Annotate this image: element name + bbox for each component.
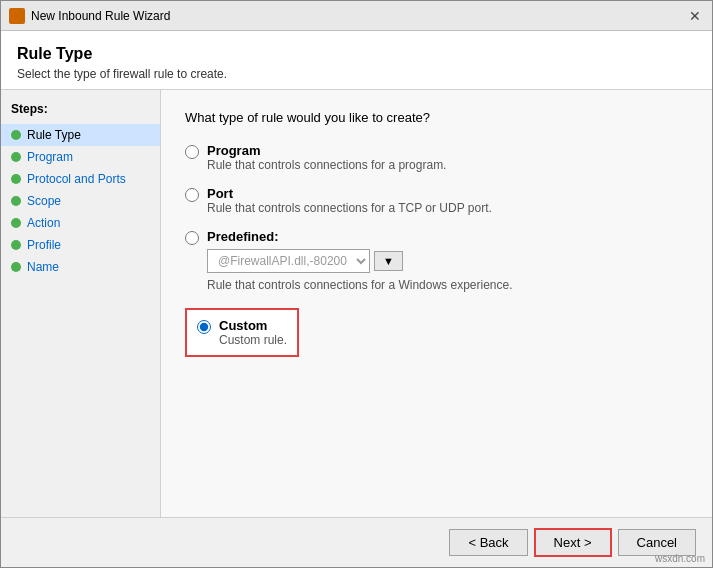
sidebar-item-action[interactable]: Action bbox=[1, 212, 160, 234]
sidebar-title: Steps: bbox=[1, 102, 160, 124]
option-program: Program Rule that controls connections f… bbox=[185, 143, 688, 172]
option-predefined: Predefined: @FirewallAPI.dll,-80200 ▼ Ru… bbox=[185, 229, 688, 292]
radio-program[interactable] bbox=[185, 145, 199, 159]
window-title: New Inbound Rule Wizard bbox=[31, 9, 170, 23]
content-area: Steps: Rule Type Program Protocol and Po… bbox=[1, 90, 712, 517]
title-bar-left: New Inbound Rule Wizard bbox=[9, 8, 170, 24]
radio-predefined-label: Predefined: bbox=[207, 229, 279, 244]
page-subtitle: Select the type of firewall rule to crea… bbox=[17, 67, 696, 81]
close-button[interactable]: ✕ bbox=[686, 7, 704, 25]
sidebar-label-protocol-ports: Protocol and Ports bbox=[27, 172, 126, 186]
dot-icon bbox=[11, 196, 21, 206]
radio-custom-desc: Custom rule. bbox=[219, 333, 287, 347]
predefined-dropdown-arrow[interactable]: ▼ bbox=[374, 251, 403, 271]
sidebar-item-name[interactable]: Name bbox=[1, 256, 160, 278]
radio-predefined-title: Predefined: bbox=[207, 229, 279, 244]
radio-custom-label: Custom Custom rule. bbox=[219, 318, 287, 347]
radio-port[interactable] bbox=[185, 188, 199, 202]
sidebar-label-scope: Scope bbox=[27, 194, 61, 208]
dot-icon bbox=[11, 174, 21, 184]
option-custom: Custom Custom rule. bbox=[185, 306, 688, 357]
sidebar-item-program[interactable]: Program bbox=[1, 146, 160, 168]
back-button[interactable]: < Back bbox=[449, 529, 527, 556]
sidebar-item-profile[interactable]: Profile bbox=[1, 234, 160, 256]
footer: < Back Next > Cancel bbox=[1, 517, 712, 567]
page-header: Rule Type Select the type of firewall ru… bbox=[1, 31, 712, 90]
sidebar-label-program: Program bbox=[27, 150, 73, 164]
radio-port-title: Port bbox=[207, 186, 492, 201]
sidebar-label-name: Name bbox=[27, 260, 59, 274]
title-bar: New Inbound Rule Wizard ✕ bbox=[1, 1, 712, 31]
radio-program-desc: Rule that controls connections for a pro… bbox=[207, 158, 446, 172]
sidebar-item-scope[interactable]: Scope bbox=[1, 190, 160, 212]
radio-custom-title: Custom bbox=[219, 318, 287, 333]
dot-icon bbox=[11, 152, 21, 162]
cancel-button[interactable]: Cancel bbox=[618, 529, 696, 556]
dot-icon bbox=[11, 130, 21, 140]
sidebar-item-protocol-ports[interactable]: Protocol and Ports bbox=[1, 168, 160, 190]
radio-group: Program Rule that controls connections f… bbox=[185, 143, 688, 357]
radio-program-label: Program Rule that controls connections f… bbox=[207, 143, 446, 172]
sidebar-label-rule-type: Rule Type bbox=[27, 128, 81, 142]
custom-highlight-box: Custom Custom rule. bbox=[185, 308, 299, 357]
radio-custom[interactable] bbox=[197, 320, 211, 334]
predefined-select-row: @FirewallAPI.dll,-80200 ▼ bbox=[207, 249, 403, 273]
option-port: Port Rule that controls connections for … bbox=[185, 186, 688, 215]
page-title: Rule Type bbox=[17, 45, 696, 63]
sidebar-item-rule-type[interactable]: Rule Type bbox=[1, 124, 160, 146]
predefined-radio-row: Predefined: bbox=[185, 229, 279, 245]
question-text: What type of rule would you like to crea… bbox=[185, 110, 688, 125]
sidebar-label-profile: Profile bbox=[27, 238, 61, 252]
dot-icon bbox=[11, 218, 21, 228]
main-panel: What type of rule would you like to crea… bbox=[161, 90, 712, 517]
predefined-dropdown[interactable]: @FirewallAPI.dll,-80200 bbox=[207, 249, 370, 273]
dot-icon bbox=[11, 240, 21, 250]
dot-icon bbox=[11, 262, 21, 272]
radio-predefined-desc: Rule that controls connections for a Win… bbox=[207, 278, 513, 292]
sidebar: Steps: Rule Type Program Protocol and Po… bbox=[1, 90, 161, 517]
radio-predefined[interactable] bbox=[185, 231, 199, 245]
app-icon bbox=[9, 8, 25, 24]
next-button[interactable]: Next > bbox=[534, 528, 612, 557]
radio-port-desc: Rule that controls connections for a TCP… bbox=[207, 201, 492, 215]
wizard-window: New Inbound Rule Wizard ✕ Rule Type Sele… bbox=[0, 0, 713, 568]
radio-port-label: Port Rule that controls connections for … bbox=[207, 186, 492, 215]
radio-program-title: Program bbox=[207, 143, 446, 158]
custom-radio-row: Custom Custom rule. bbox=[197, 318, 287, 347]
sidebar-label-action: Action bbox=[27, 216, 60, 230]
